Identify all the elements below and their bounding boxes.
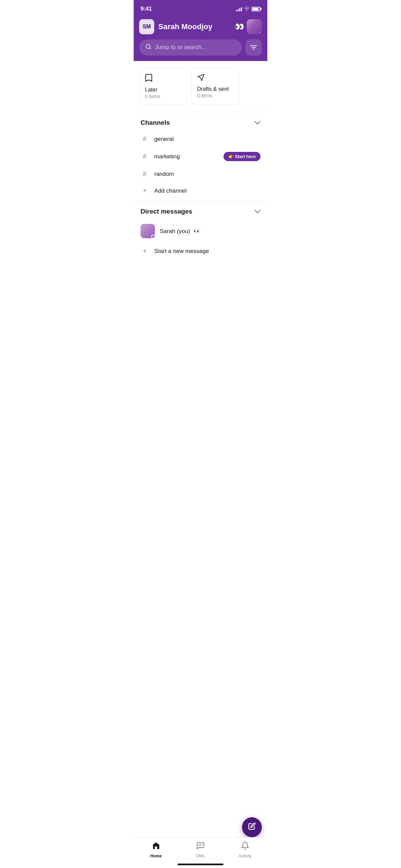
bookmark-icon (145, 74, 181, 84)
add-dm-item[interactable]: + Start a new message (141, 243, 260, 260)
drafts-subtitle: 0 items (197, 93, 233, 98)
dm-list: Sarah (you) 👀 + Start a new message (134, 219, 267, 260)
hash-icon: # (141, 153, 149, 160)
svg-line-1 (149, 48, 150, 49)
start-here-badge[interactable]: 👉 Start here (223, 152, 260, 161)
start-here-text: 👉 Start here (228, 154, 256, 159)
dm-header[interactable]: Direct messages (134, 202, 267, 219)
add-dm-label: Start a new message (154, 248, 209, 255)
battery-icon (252, 7, 260, 11)
svg-marker-5 (198, 74, 204, 81)
bottom-nav: Home DMs Activity (134, 837, 267, 860)
eyes-status-icon[interactable]: 👀 (235, 22, 244, 31)
divider-1 (134, 112, 267, 112)
dm-item-sarah[interactable]: Sarah (you) 👀 (141, 219, 260, 243)
dm-title: Direct messages (141, 208, 192, 215)
drafts-title: Drafts & sent (197, 86, 233, 92)
svg-rect-6 (155, 846, 157, 849)
later-subtitle: 0 items (145, 94, 181, 99)
channel-name-marketing: marketing (154, 153, 180, 160)
hash-icon: # (141, 170, 149, 178)
drafts-sent-card[interactable]: Drafts & sent 0 items (191, 68, 239, 105)
search-bar[interactable]: Jump to or search... (139, 39, 242, 56)
signal-icon (236, 7, 242, 11)
compose-icon (248, 822, 256, 832)
channels-title: Channels (141, 119, 170, 126)
dms-icon (196, 841, 205, 852)
add-channel-label: Add channel (154, 188, 187, 194)
channel-list: # general # marketing 👉 Start here # ran… (134, 131, 267, 199)
user-name: Sarah Moodjoy (158, 22, 212, 31)
user-profile-avatar[interactable] (247, 19, 262, 34)
channel-left: # random (141, 170, 174, 178)
add-channel-item[interactable]: + Add channel (141, 182, 260, 199)
dms-label: DMs (196, 854, 205, 858)
user-avatar-initials[interactable]: SM (139, 19, 154, 34)
filter-icon (250, 45, 257, 50)
status-bar: 9:41 (134, 0, 267, 16)
online-dot (258, 31, 262, 34)
header-right: 👀 (235, 19, 262, 34)
channel-name-general: general (154, 136, 174, 143)
later-card[interactable]: Later 0 items (139, 68, 187, 105)
channel-item-marketing[interactable]: # marketing 👉 Start here (141, 147, 260, 166)
dm-chevron-icon (254, 208, 260, 215)
nav-item-activity[interactable]: Activity (233, 841, 257, 858)
home-label: Home (150, 854, 161, 858)
dm-avatar-sarah (141, 224, 155, 238)
activity-icon (241, 841, 250, 852)
plus-icon: + (141, 187, 149, 195)
status-time: 9:41 (141, 5, 152, 12)
main-content: Later 0 items Drafts & sent 0 items Chan… (134, 61, 267, 860)
status-icons (236, 6, 260, 12)
svg-point-0 (146, 44, 150, 48)
wifi-icon (244, 6, 250, 12)
channels-header[interactable]: Channels (134, 113, 267, 131)
search-placeholder: Jump to or search... (155, 44, 206, 51)
send-icon (197, 74, 233, 83)
channels-chevron-icon (254, 120, 260, 126)
nav-item-dms[interactable]: DMs (189, 841, 212, 858)
search-icon (145, 44, 151, 51)
home-icon (151, 841, 160, 852)
activity-label: Activity (239, 854, 252, 858)
channel-left: # general (141, 135, 174, 143)
compose-fab[interactable] (242, 817, 262, 837)
channel-item-random[interactable]: # random (141, 166, 260, 182)
header-left: SM Sarah Moodjoy (139, 19, 212, 34)
hash-icon: # (141, 135, 149, 143)
header: SM Sarah Moodjoy 👀 Jump to or search... (134, 16, 267, 61)
later-title: Later (145, 87, 181, 93)
nav-item-home[interactable]: Home (144, 841, 168, 858)
dm-online-dot (151, 234, 155, 239)
channel-left: # marketing (141, 153, 180, 160)
dm-name-sarah: Sarah (you) 👀 (160, 228, 200, 235)
search-container: Jump to or search... (139, 39, 262, 56)
channel-name-random: random (154, 171, 174, 178)
channel-item-general[interactable]: # general (141, 131, 260, 147)
filter-button[interactable] (245, 39, 262, 56)
plus-icon: + (141, 247, 149, 255)
quick-actions: Later 0 items Drafts & sent 0 items (134, 61, 267, 110)
divider-2 (134, 201, 267, 201)
